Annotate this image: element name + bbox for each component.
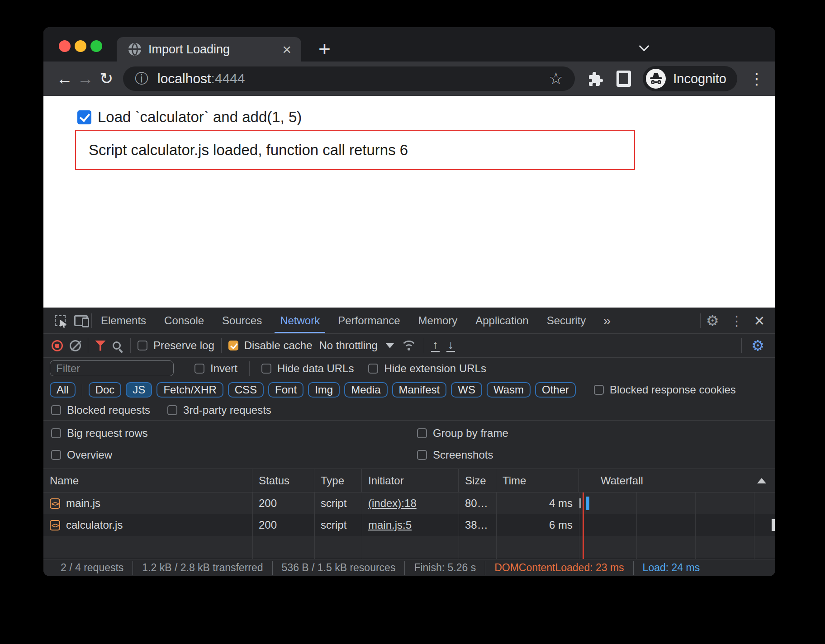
screenshots-checkbox[interactable] bbox=[417, 450, 427, 460]
bookmark-star-icon[interactable]: ☆ bbox=[549, 69, 563, 88]
request-size-cell: 38… bbox=[459, 514, 496, 536]
close-devtools-icon[interactable]: × bbox=[749, 311, 767, 331]
import-har-icon[interactable]: ↑ bbox=[431, 339, 440, 352]
throttling-dropdown[interactable]: No throttling bbox=[319, 339, 394, 352]
preserve-log-checkbox-row[interactable]: Preserve log bbox=[138, 339, 214, 352]
blocked-response-cookies-checkbox-row[interactable]: Blocked response cookies bbox=[594, 384, 736, 396]
third-party-requests-checkbox-row[interactable]: 3rd-party requests bbox=[167, 404, 271, 417]
record-network-log-icon[interactable] bbox=[52, 340, 63, 351]
filter-pill-all[interactable]: All bbox=[50, 382, 76, 398]
initiator-link[interactable]: main.js:5 bbox=[368, 519, 412, 531]
hide-extension-urls-label: Hide extension URLs bbox=[384, 362, 486, 375]
filter-pill-media[interactable]: Media bbox=[344, 382, 387, 398]
browser-toolbar: ← → ↻ ⓘ localhost:4444 ☆ Incognito ⋮ bbox=[43, 62, 775, 96]
request-name-cell[interactable]: <> main.js bbox=[43, 492, 252, 514]
network-settings-gear-icon[interactable]: ⚙ bbox=[749, 337, 767, 354]
filter-funnel-icon[interactable] bbox=[95, 341, 106, 351]
column-header-initiator[interactable]: Initiator bbox=[362, 469, 459, 492]
tab-security[interactable]: Security bbox=[538, 308, 595, 333]
tab-console[interactable]: Console bbox=[155, 308, 213, 333]
filter-input[interactable] bbox=[50, 360, 174, 376]
third-party-requests-checkbox[interactable] bbox=[167, 405, 177, 415]
filter-pill-doc[interactable]: Doc bbox=[89, 382, 122, 398]
invert-checkbox[interactable] bbox=[194, 364, 204, 374]
hide-data-urls-checkbox-row[interactable]: Hide data URLs bbox=[261, 362, 354, 375]
column-header-size[interactable]: Size bbox=[459, 469, 496, 492]
address-bar[interactable]: ⓘ localhost:4444 ☆ bbox=[123, 66, 575, 91]
network-conditions-icon[interactable] bbox=[401, 340, 417, 351]
column-header-waterfall[interactable]: Waterfall bbox=[579, 469, 775, 492]
tab-application[interactable]: Application bbox=[466, 308, 537, 333]
overview-checkbox[interactable] bbox=[51, 450, 61, 460]
filter-pill-other[interactable]: Other bbox=[535, 382, 576, 398]
invert-checkbox-row[interactable]: Invert bbox=[194, 362, 237, 375]
column-header-time[interactable]: Time bbox=[496, 469, 579, 492]
close-window-button[interactable] bbox=[59, 40, 71, 52]
url-port: :4444 bbox=[211, 71, 245, 86]
devtools-menu-icon[interactable]: ⋮ bbox=[725, 313, 749, 329]
tab-memory[interactable]: Memory bbox=[409, 308, 467, 333]
request-row-calculator-js[interactable]: <> calculator.js 200 script main.js:5 38… bbox=[43, 514, 775, 536]
disable-cache-checkbox-row[interactable]: Disable cache bbox=[228, 339, 313, 352]
preserve-log-checkbox[interactable] bbox=[138, 341, 147, 350]
hide-data-urls-checkbox[interactable] bbox=[261, 364, 271, 374]
request-name-cell[interactable]: <> calculator.js bbox=[43, 514, 252, 536]
export-har-icon[interactable]: ↓ bbox=[446, 339, 455, 352]
tab-sources[interactable]: Sources bbox=[213, 308, 271, 333]
browser-window: Import Loading × + ← → ↻ ⓘ localhost:444… bbox=[43, 27, 775, 576]
column-header-type[interactable]: Type bbox=[314, 469, 362, 492]
column-header-name[interactable]: Name bbox=[43, 469, 252, 492]
hide-extension-urls-checkbox[interactable] bbox=[368, 364, 378, 374]
network-display-options: Big request rows Group by frame Overview bbox=[43, 420, 775, 469]
overview-checkbox-row[interactable]: Overview bbox=[43, 449, 409, 461]
devtools-settings-gear-icon[interactable]: ⚙ bbox=[701, 312, 725, 329]
disable-cache-checkbox[interactable] bbox=[228, 341, 238, 350]
side-panel-icon[interactable] bbox=[616, 71, 631, 87]
screenshots-label: Screenshots bbox=[433, 449, 493, 461]
back-button[interactable]: ← bbox=[54, 69, 75, 88]
filter-pill-manifest[interactable]: Manifest bbox=[392, 382, 447, 398]
tab-elements[interactable]: Elements bbox=[92, 308, 155, 333]
column-header-status[interactable]: Status bbox=[252, 469, 314, 492]
network-filter-row: Invert Hide data URLs Hide extension URL… bbox=[43, 358, 775, 379]
close-tab-icon[interactable]: × bbox=[282, 43, 291, 56]
filter-pill-wasm[interactable]: Wasm bbox=[487, 382, 531, 398]
big-request-rows-checkbox[interactable] bbox=[51, 428, 61, 438]
device-toolbar-icon[interactable] bbox=[71, 315, 91, 326]
group-by-frame-checkbox-row[interactable]: Group by frame bbox=[409, 427, 775, 440]
site-info-icon[interactable]: ⓘ bbox=[135, 70, 148, 88]
blocked-response-cookies-checkbox[interactable] bbox=[594, 385, 604, 395]
filter-pill-img[interactable]: Img bbox=[308, 382, 340, 398]
reload-button[interactable]: ↻ bbox=[96, 69, 117, 88]
request-row-main-js[interactable]: <> main.js 200 script (index):18 80… 4 m… bbox=[43, 492, 775, 514]
browser-tab[interactable]: Import Loading × bbox=[117, 37, 301, 62]
fullscreen-window-button[interactable] bbox=[90, 40, 102, 52]
browser-menu-icon[interactable]: ⋮ bbox=[749, 70, 764, 88]
group-by-frame-checkbox[interactable] bbox=[417, 428, 427, 438]
chevron-down-icon[interactable] bbox=[639, 41, 650, 52]
more-tabs-icon[interactable]: » bbox=[595, 313, 619, 328]
inspect-element-icon[interactable] bbox=[50, 315, 71, 326]
minimize-window-button[interactable] bbox=[75, 40, 86, 52]
filter-pill-js[interactable]: JS bbox=[126, 382, 152, 398]
tab-network[interactable]: Network bbox=[271, 308, 329, 333]
screenshots-checkbox-row[interactable]: Screenshots bbox=[409, 449, 775, 461]
blocked-requests-checkbox[interactable] bbox=[51, 405, 61, 415]
filter-pill-fetch-xhr[interactable]: Fetch/XHR bbox=[156, 382, 223, 398]
hide-extension-urls-checkbox-row[interactable]: Hide extension URLs bbox=[368, 362, 486, 375]
initiator-link[interactable]: (index):18 bbox=[368, 497, 417, 510]
big-request-rows-checkbox-row[interactable]: Big request rows bbox=[43, 427, 409, 440]
overview-label: Overview bbox=[67, 449, 112, 461]
new-tab-button[interactable]: + bbox=[318, 39, 331, 59]
filter-pill-css[interactable]: CSS bbox=[228, 382, 264, 398]
forward-button[interactable]: → bbox=[75, 69, 96, 88]
search-icon[interactable] bbox=[113, 341, 121, 350]
clear-network-log-icon[interactable] bbox=[70, 340, 81, 351]
load-calculator-checkbox[interactable] bbox=[77, 110, 91, 124]
blocked-requests-checkbox-row[interactable]: Blocked requests bbox=[51, 404, 150, 417]
load-calculator-checkbox-row[interactable]: Load `calculator` and add(1, 5) bbox=[77, 109, 302, 126]
extensions-puzzle-icon[interactable] bbox=[588, 71, 604, 87]
filter-pill-ws[interactable]: WS bbox=[451, 382, 482, 398]
tab-performance[interactable]: Performance bbox=[329, 308, 409, 333]
filter-pill-font[interactable]: Font bbox=[268, 382, 303, 398]
